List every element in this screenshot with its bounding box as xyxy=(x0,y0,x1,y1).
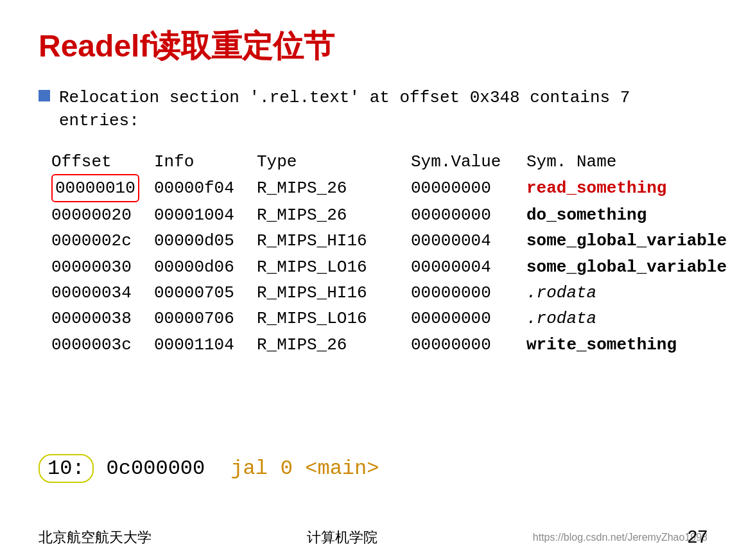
relocation-table: Offset Info Type Sym.Value Sym. Name 000… xyxy=(51,152,707,358)
cell-info: 00001004 xyxy=(154,202,257,228)
cell-symvalue: 00000000 xyxy=(411,280,526,306)
table-row: 0000003800000706R_MIPS_LO1600000000.roda… xyxy=(51,306,707,331)
table-row: 0000001000000f04R_MIPS_2600000000read_so… xyxy=(51,174,707,202)
bullet-icon xyxy=(39,90,50,101)
cell-type: R_MIPS_26 xyxy=(257,202,411,228)
cell-symname: some_global_variable xyxy=(526,228,727,254)
cell-info: 00001104 xyxy=(154,332,257,358)
cell-offset: 00000020 xyxy=(51,202,154,228)
header-type: Type xyxy=(257,152,411,171)
cell-type: R_MIPS_HI16 xyxy=(257,280,411,306)
header-symname: Sym. Name xyxy=(526,152,707,171)
table-row: 0000003c00001104R_MIPS_2600000000write_s… xyxy=(51,332,707,358)
header-symvalue: Sym.Value xyxy=(411,152,526,171)
cell-symname: write_something xyxy=(526,332,707,358)
table-row: 0000002c00000d05R_MIPS_HI1600000004some_… xyxy=(51,228,707,254)
cell-offset: 00000038 xyxy=(51,306,154,331)
page-number: 27 xyxy=(688,527,707,547)
cell-symvalue: 00000000 xyxy=(411,175,526,201)
table-rows: 0000001000000f04R_MIPS_2600000000read_so… xyxy=(51,174,707,358)
slide: Readelf读取重定位节 Relocation section '.rel.t… xyxy=(0,0,746,560)
cell-info: 00000705 xyxy=(154,280,257,306)
cell-info: 00000f04 xyxy=(154,175,257,201)
bullet-section: Relocation section '.rel.text' at offset… xyxy=(39,86,707,133)
cell-type: R_MIPS_LO16 xyxy=(257,254,411,280)
footer-url: https://blog.csdn.net/JeremyZhao1998 xyxy=(533,532,707,543)
cell-symname: read_something xyxy=(526,175,707,201)
table-row: 0000003400000705R_MIPS_HI1600000000.roda… xyxy=(51,280,707,306)
cell-type: R_MIPS_LO16 xyxy=(257,306,411,331)
cell-type: R_MIPS_HI16 xyxy=(257,228,411,254)
header-info: Info xyxy=(154,152,257,171)
cell-offset: 00000030 xyxy=(51,254,154,280)
cell-offset: 00000010 xyxy=(51,174,154,202)
cell-symname: .rodata xyxy=(526,280,707,306)
bullet-text: Relocation section '.rel.text' at offset… xyxy=(59,86,707,133)
cell-symvalue: 00000004 xyxy=(411,254,526,280)
cell-symvalue: 00000004 xyxy=(411,228,526,254)
cell-symvalue: 00000000 xyxy=(411,306,526,331)
table-row: 0000003000000d06R_MIPS_LO1600000004some_… xyxy=(51,254,707,280)
cell-symname: some_global_variable xyxy=(526,254,727,280)
cell-symname: .rodata xyxy=(526,306,707,331)
cell-symvalue: 00000000 xyxy=(411,202,526,228)
asm-label: 10: xyxy=(39,454,94,483)
circled-offset: 00000010 xyxy=(51,174,139,202)
slide-title: Readelf读取重定位节 xyxy=(39,26,707,67)
footer: 北京航空航天大学 计算机学院 https://blog.csdn.net/Jer… xyxy=(0,528,746,547)
asm-operand: 0 <main> xyxy=(281,457,379,480)
cell-offset: 0000002c xyxy=(51,228,154,254)
cell-type: R_MIPS_26 xyxy=(257,332,411,358)
cell-offset: 00000034 xyxy=(51,280,154,306)
cell-info: 00000d06 xyxy=(154,254,257,280)
cell-symvalue: 00000000 xyxy=(411,332,526,358)
cell-type: R_MIPS_26 xyxy=(257,175,411,201)
cell-info: 00000d05 xyxy=(154,228,257,254)
footer-center: 计算机学院 xyxy=(307,528,377,547)
asm-hex: 0c000000 xyxy=(107,457,205,480)
table-header-row: Offset Info Type Sym.Value Sym. Name xyxy=(51,152,707,171)
header-offset: Offset xyxy=(51,152,154,171)
table-row: 0000002000001004R_MIPS_2600000000do_some… xyxy=(51,202,707,228)
asm-section: 10: 0c000000 jal 0 <main> xyxy=(39,454,379,483)
asm-instruction: jal xyxy=(230,457,268,480)
footer-left: 北京航空航天大学 xyxy=(39,528,152,547)
cell-offset: 0000003c xyxy=(51,332,154,358)
cell-info: 00000706 xyxy=(154,306,257,331)
cell-symname: do_something xyxy=(526,202,707,228)
